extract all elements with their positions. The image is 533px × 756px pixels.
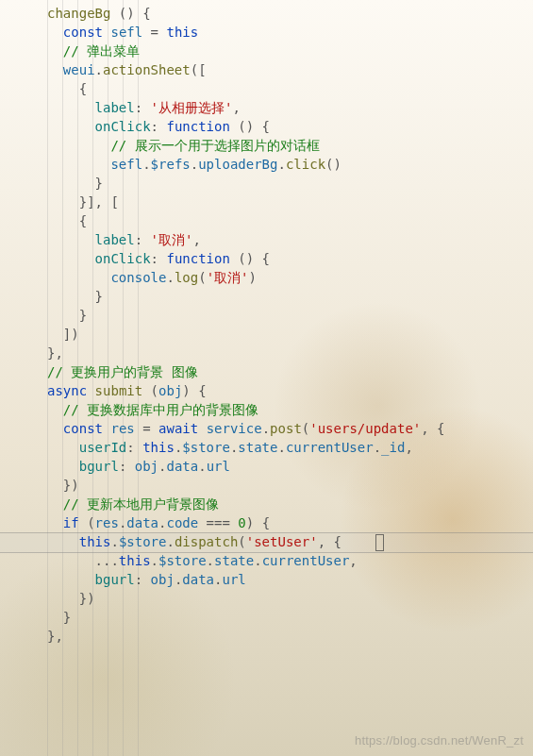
watermark-text: https://blog.csdn.net/WenR_zt [355, 731, 524, 750]
code-token: . [166, 534, 174, 549]
code-token: code [166, 515, 198, 530]
code-token: if [63, 515, 79, 530]
code-token: click [286, 157, 325, 172]
code-token: } [47, 308, 87, 323]
code-token: , [232, 100, 240, 115]
code-token [47, 157, 110, 172]
code-token [47, 138, 110, 153]
code-token: userId [79, 440, 127, 455]
code-token: changeBg [47, 6, 110, 21]
code-token: , [405, 440, 412, 455]
code-token: () { [230, 251, 270, 266]
code-token: }) [47, 478, 79, 493]
code-token [47, 534, 79, 549]
code-token: . [374, 440, 381, 455]
code-token: 'users/update' [309, 421, 421, 436]
code-token: '从相册选择' [151, 100, 233, 115]
code-token: this [142, 440, 175, 455]
code-token: $store [182, 440, 230, 455]
code-token: obj [158, 383, 182, 398]
code-token: label [95, 232, 135, 247]
code-token: : [135, 100, 151, 115]
code-token: state [214, 553, 254, 568]
code-token [47, 572, 95, 587]
code-token: // 弹出菜单 [63, 43, 140, 59]
code-token: : [151, 251, 167, 266]
code-token: . [198, 459, 206, 474]
code-token: await [158, 421, 198, 436]
code-token: ) { [182, 383, 206, 398]
code-token: // 更新本地用户背景图像 [63, 496, 219, 512]
code-token: sefl [110, 157, 142, 172]
code-token: . [277, 440, 285, 455]
code-token: console [110, 270, 166, 285]
code-token: weui [63, 62, 95, 77]
code-token: // 更换用户的背景 图像 [47, 364, 198, 379]
code-token: . [142, 157, 150, 172]
code-token: , { [421, 421, 444, 436]
code-token: ( [79, 515, 95, 530]
code-token: ( [302, 421, 309, 436]
code-token [47, 43, 63, 59]
code-token: 'setUser' [246, 534, 318, 549]
code-token: bgurl [95, 572, 135, 587]
code-token: () [325, 157, 341, 172]
code-token: this [166, 25, 198, 40]
code-token [198, 421, 206, 436]
code-token: log [175, 270, 198, 285]
code-token: function [166, 119, 229, 134]
code-token: : [135, 572, 151, 587]
code-token: }, [47, 629, 63, 644]
code-token: res [110, 421, 134, 436]
code-token: . [277, 157, 285, 172]
code-token: async [47, 383, 87, 398]
code-token [47, 25, 63, 40]
code-token: : [119, 459, 135, 474]
code-token: service [207, 421, 262, 436]
code-token: , { [318, 534, 341, 549]
code-token [47, 62, 63, 77]
code-token: ( [198, 270, 206, 285]
code-token: actionSheet [103, 62, 191, 77]
code-token: ]) [47, 327, 79, 342]
code-token: ) [248, 270, 256, 285]
code-token [47, 100, 95, 115]
code-token: $refs [151, 157, 191, 172]
code-token: ... [47, 553, 119, 568]
code-token: = [135, 421, 158, 436]
code-token [47, 421, 63, 436]
code-token: currentUser [262, 553, 350, 568]
code-token: () { [230, 119, 270, 134]
code-token: . [110, 534, 118, 549]
code-token [47, 515, 63, 530]
code-token: obj [151, 572, 175, 587]
code-token: url [222, 572, 245, 587]
code-token: state [238, 440, 277, 455]
code-token: $store [119, 534, 167, 549]
code-token: data [166, 459, 198, 474]
code-token: } [47, 289, 103, 304]
code-token: ( [238, 534, 245, 549]
code-token: . [166, 270, 174, 285]
code-token: // 展示一个用于选择图片的对话框 [110, 138, 319, 153]
code-token: onClick [95, 251, 151, 266]
code-editor[interactable]: changeBg () { const sefl = this // 弹出菜单 … [0, 0, 533, 646]
code-token: url [207, 459, 230, 474]
code-token: . [95, 62, 103, 77]
code-token [47, 496, 63, 512]
code-token: res [95, 515, 119, 530]
code-token: () { [110, 6, 150, 21]
code-token: { [47, 213, 87, 228]
code-token: }], [ [47, 194, 119, 210]
code-token: obj [135, 459, 158, 474]
code-token: data [182, 572, 214, 587]
code-token: 0 [238, 515, 245, 530]
code-token: . [207, 553, 214, 568]
code-token: label [95, 100, 135, 115]
code-token: sefl [110, 25, 142, 40]
code-token: const [63, 25, 103, 40]
code-token [47, 402, 63, 417]
code-token [47, 232, 95, 247]
code-token: } [47, 610, 71, 625]
code-token: ([ [191, 62, 207, 77]
